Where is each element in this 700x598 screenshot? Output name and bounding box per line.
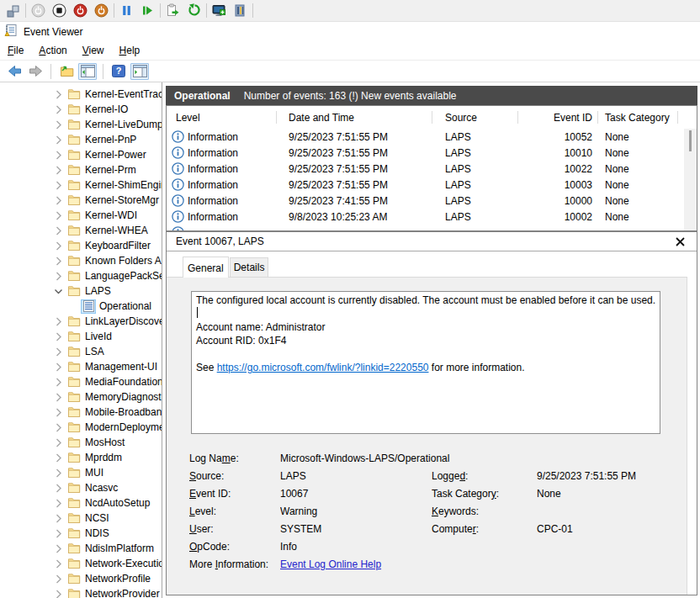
chevron-right-icon[interactable] <box>52 588 65 598</box>
chevron-right-icon[interactable] <box>52 179 65 192</box>
console-tree-icon[interactable] <box>78 63 97 80</box>
column-header-source[interactable]: Source <box>432 106 518 129</box>
chevron-right-icon[interactable] <box>52 467 65 479</box>
menu-view[interactable]: View <box>75 42 112 59</box>
pause-icon[interactable] <box>116 3 137 19</box>
turn-off-icon[interactable] <box>70 3 91 19</box>
chevron-right-icon[interactable] <box>52 391 65 404</box>
tree-item[interactable]: Kernel-StoreMgr <box>0 193 162 208</box>
tree-item[interactable]: Kernel-Power <box>0 147 162 162</box>
tree-item[interactable]: KeyboardFilter <box>0 238 162 253</box>
tab-general[interactable]: General <box>183 257 229 278</box>
checkpoint-icon[interactable] <box>162 3 183 19</box>
enhanced-session-icon[interactable] <box>209 3 230 19</box>
tree-item[interactable]: Kernel-EventTracing <box>0 87 162 102</box>
chevron-right-icon[interactable] <box>52 88 65 101</box>
chevron-right-icon[interactable] <box>52 134 65 146</box>
chevron-right-icon[interactable] <box>52 361 65 373</box>
tree-item[interactable]: Kernel-IO <box>0 102 162 117</box>
chevron-right-icon[interactable] <box>52 194 65 207</box>
chevron-right-icon[interactable] <box>52 527 65 540</box>
chevron-right-icon[interactable] <box>52 542 65 555</box>
event-row[interactable]: Information9/25/2023 7:51:55 PMLAPS10010… <box>167 145 697 161</box>
tree-item[interactable]: Mobile-Broadband-Experience <box>0 405 162 420</box>
back-icon[interactable] <box>5 63 24 80</box>
tree-item[interactable]: LiveId <box>0 329 162 344</box>
tree-item[interactable]: NdisImPlatform <box>0 541 162 556</box>
tree-item[interactable]: ModernDeployment-Diagnostics <box>0 420 162 435</box>
tree-item[interactable]: Mprddm <box>0 450 162 465</box>
column-header-level[interactable]: Level <box>167 106 277 129</box>
tree-item[interactable]: MediaFoundation <box>0 374 162 389</box>
event-row[interactable]: Information9/25/2023 7:41:55 PMLAPS10000… <box>167 193 697 209</box>
tree-item[interactable]: Known Folders API Service <box>0 253 162 268</box>
tree-item[interactable]: Operational <box>0 299 162 314</box>
tree-item[interactable]: MUI <box>0 465 162 480</box>
export-icon[interactable] <box>57 63 76 80</box>
chevron-right-icon[interactable] <box>52 512 65 525</box>
menu-help[interactable]: Help <box>112 42 148 59</box>
chevron-down-icon[interactable] <box>52 285 65 298</box>
tree-item[interactable]: Kernel-Prm <box>0 162 162 177</box>
action-pane-icon[interactable] <box>130 63 149 80</box>
tree-item[interactable]: Ncasvc <box>0 480 162 495</box>
tab-details[interactable]: Details <box>230 257 269 277</box>
column-header-date[interactable]: Date and Time <box>277 106 432 129</box>
forward-icon[interactable] <box>26 63 45 80</box>
tree-item[interactable]: Kernel-WHEA <box>0 223 162 238</box>
chevron-right-icon[interactable] <box>52 437 65 449</box>
event-log-online-help-link[interactable]: Event Log Online Help <box>280 558 381 570</box>
chevron-right-icon[interactable] <box>52 376 65 389</box>
tree-item[interactable]: Network-ExecutionContext <box>0 556 162 571</box>
tree-item[interactable]: LinkLayerDiscoveryProtocol <box>0 314 162 329</box>
tree-item[interactable]: NCSI <box>0 511 162 526</box>
event-row[interactable]: Information9/25/2023 7:51:55 PMLAPS10003… <box>167 177 697 193</box>
tree-item[interactable]: MemoryDiagnostics-Results <box>0 389 162 405</box>
column-header-task[interactable]: Task Category <box>598 106 678 129</box>
tree-item[interactable]: NcdAutoSetup <box>0 495 162 511</box>
chevron-right-icon[interactable] <box>52 164 65 177</box>
event-message-box[interactable]: The configured local account is currentl… <box>191 291 660 434</box>
table-scrollbar[interactable] <box>684 129 697 230</box>
chevron-right-icon[interactable] <box>52 103 65 116</box>
tree-item[interactable]: Kernel-WDI <box>0 208 162 223</box>
help-icon[interactable]: ? <box>109 63 128 80</box>
event-row-partial[interactable] <box>167 225 697 231</box>
tree-item[interactable]: MosHost <box>0 435 162 450</box>
chevron-right-icon[interactable] <box>52 270 65 283</box>
close-icon[interactable] <box>674 235 686 247</box>
chevron-right-icon[interactable] <box>52 255 65 267</box>
chevron-right-icon[interactable] <box>52 119 65 131</box>
menu-file[interactable]: File <box>0 42 31 59</box>
tree-item[interactable]: NetworkProvider <box>0 586 162 598</box>
event-row[interactable]: Information9/25/2023 7:51:55 PMLAPS10052… <box>167 129 697 145</box>
event-row[interactable]: Information9/25/2023 7:51:55 PMLAPS10022… <box>167 161 697 177</box>
shutdown-icon[interactable] <box>91 3 112 19</box>
chevron-right-icon[interactable] <box>52 421 65 434</box>
chevron-right-icon[interactable] <box>52 497 65 510</box>
chevron-right-icon[interactable] <box>52 558 65 570</box>
tree-item[interactable]: Kernel-LiveDump <box>0 117 162 132</box>
chevron-right-icon[interactable] <box>52 315 65 328</box>
menu-action[interactable]: Action <box>31 42 74 59</box>
stop-icon[interactable] <box>49 3 70 19</box>
chevron-right-icon[interactable] <box>52 331 65 343</box>
vm-settings-icon[interactable] <box>230 3 251 19</box>
chevron-right-icon[interactable] <box>52 225 65 237</box>
tree-item[interactable]: LAPS <box>0 283 162 299</box>
tree-item[interactable]: LSA <box>0 344 162 359</box>
chevron-right-icon[interactable] <box>52 346 65 358</box>
revert-icon[interactable] <box>183 3 204 19</box>
chevron-right-icon[interactable] <box>52 240 65 252</box>
fwlink[interactable]: https://go.microsoft.com/fwlink/?linkid=… <box>217 362 429 373</box>
table-scrollbar-thumb[interactable] <box>689 130 692 151</box>
chevron-right-icon[interactable] <box>52 482 65 495</box>
chevron-right-icon[interactable] <box>52 452 65 464</box>
chevron-right-icon[interactable] <box>52 406 65 419</box>
tree-item[interactable]: Kernel-PnP <box>0 132 162 147</box>
vm-blocks-icon[interactable] <box>3 3 24 19</box>
event-row[interactable]: Information9/8/2023 10:25:23 AMLAPS10002… <box>167 209 697 225</box>
chevron-right-icon[interactable] <box>52 209 65 222</box>
tree-item[interactable]: Kernel-ShimEngine <box>0 177 162 193</box>
tree-item[interactable]: NetworkProfile <box>0 571 162 586</box>
